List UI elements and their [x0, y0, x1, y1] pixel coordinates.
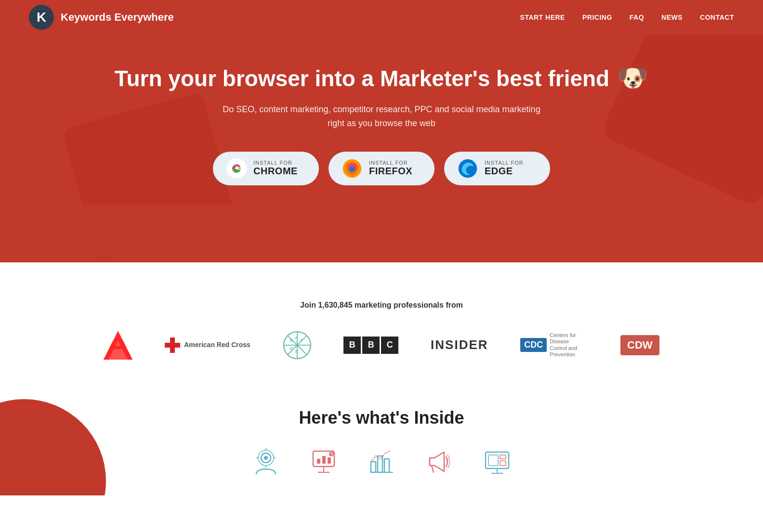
svg-rect-49: [488, 455, 498, 466]
insider-logo: INSIDER: [431, 337, 488, 352]
redcross-icon: [165, 337, 180, 353]
svg-rect-42: [384, 459, 389, 472]
install-buttons-group: INSTALL FOR CHROME INSTALL FOR FIREFOX: [29, 152, 734, 185]
site-header: K Keywords Everywhere START HERE PRICING…: [0, 0, 763, 35]
bayer-logo: B A Y E R: [283, 331, 312, 360]
edge-browser-label: EDGE: [485, 166, 524, 177]
svg-text:B: B: [290, 338, 293, 343]
svg-text:Y: Y: [300, 338, 303, 343]
install-chrome-button[interactable]: INSTALL FOR CHROME: [213, 152, 319, 185]
firefox-browser-label: FIREFOX: [369, 166, 412, 177]
inside-title: Here's what's Inside: [29, 408, 734, 428]
bar-chart-icon: [367, 447, 396, 476]
main-nav: START HERE PRICING FAQ NEWS CONTACT: [520, 13, 734, 21]
inside-section: Here's what's Inside: [0, 389, 763, 495]
feature-item-1: [251, 447, 280, 476]
chrome-install-for-label: INSTALL FOR: [253, 160, 298, 166]
nav-faq[interactable]: FAQ: [630, 13, 644, 21]
features-icons-row: [29, 447, 734, 495]
feature-item-2: [309, 447, 338, 476]
install-edge-button[interactable]: INSTALL FOR EDGE: [444, 152, 550, 185]
svg-text:A: A: [295, 336, 298, 340]
redcross-text: American Red Cross: [184, 341, 250, 349]
svg-rect-34: [317, 459, 320, 464]
feature-item-4: [425, 447, 454, 476]
monitor-icon: [483, 447, 512, 476]
feature-item-5: [483, 447, 512, 476]
target-user-icon: [251, 447, 280, 476]
hero-subtitle: Do SEO, content marketing, competitor re…: [223, 103, 540, 130]
logo-area: K Keywords Everywhere: [29, 5, 174, 30]
megaphone-icon: [425, 447, 454, 476]
nav-pricing[interactable]: PRICING: [582, 13, 612, 21]
install-firefox-button[interactable]: INSTALL FOR FIREFOX: [329, 152, 434, 185]
logo-text: Keywords Everywhere: [61, 11, 174, 24]
nav-start-here[interactable]: START HERE: [520, 13, 565, 21]
feature-item-3: [367, 447, 396, 476]
svg-point-25: [264, 456, 268, 460]
svg-rect-50: [500, 455, 506, 459]
svg-text:E: E: [290, 346, 293, 351]
redcross-logo: American Red Cross: [165, 337, 250, 353]
bbc-b2: B: [362, 337, 380, 354]
cdc-logo: CDC Centers for DiseaseControl and Preve…: [520, 332, 588, 358]
svg-rect-51: [500, 461, 506, 466]
cdw-logo: CDW: [620, 335, 659, 355]
nav-contact[interactable]: CONTACT: [700, 13, 734, 21]
cdw-text: CDW: [620, 335, 659, 355]
logos-section: Join 1,630,845 marketing professionals f…: [0, 262, 763, 389]
svg-rect-35: [322, 456, 326, 464]
logo-icon: K: [29, 5, 54, 30]
presentation-icon: [309, 447, 338, 476]
adobe-logo: [104, 331, 132, 360]
brand-logos-row: American Red Cross B A Y E R B B C: [92, 331, 671, 360]
svg-rect-40: [371, 462, 376, 472]
svg-rect-13: [165, 343, 180, 348]
chrome-browser-label: CHROME: [253, 166, 298, 177]
edge-icon: [458, 158, 478, 179]
bbc-c: C: [381, 337, 398, 354]
svg-line-45: [432, 466, 434, 472]
firefox-install-for-label: INSTALL FOR: [369, 160, 412, 166]
nav-news[interactable]: NEWS: [661, 13, 683, 21]
svg-text:R: R: [295, 349, 299, 354]
edge-install-for-label: INSTALL FOR: [485, 160, 524, 166]
bbc-logo: B B C: [343, 337, 398, 354]
bbc-b1: B: [343, 337, 361, 354]
svg-rect-46: [486, 452, 509, 468]
join-text: Join 1,630,845 marketing professionals f…: [29, 301, 734, 310]
hero-title: Turn your browser into a Marketer's best…: [29, 64, 734, 93]
cdc-badge: CDC: [520, 338, 547, 352]
chrome-icon: [226, 158, 247, 179]
dog-mascot: 🐶: [617, 64, 648, 93]
svg-rect-36: [328, 457, 331, 464]
cdc-text: Centers for DiseaseControl and Preventio…: [550, 332, 588, 358]
firefox-icon: [342, 158, 362, 179]
